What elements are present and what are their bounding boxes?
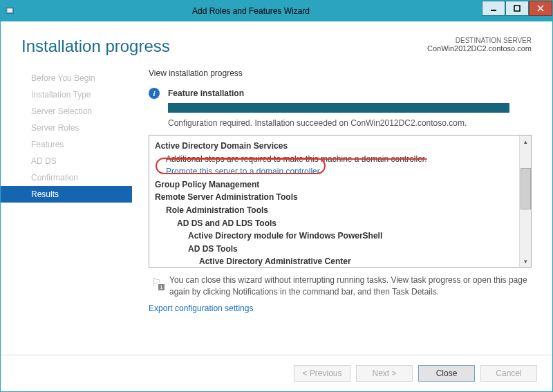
hint-row: ⚐ 1 You can close this wizard without in… — [149, 274, 532, 298]
tree-rat: Role Administration Tools — [155, 204, 514, 217]
tree-adac: Active Directory Administrative Center — [155, 255, 514, 267]
body-row: Before You Begin Installation Type Serve… — [1, 63, 552, 355]
next-button: Next > — [356, 365, 413, 382]
window-controls — [482, 1, 552, 21]
destination-info: DESTINATION SERVER ConWin2012DC2.contoso… — [427, 37, 532, 53]
tree-adlds: AD DS and AD LDS Tools — [155, 217, 514, 230]
sidebar-item-before-you-begin: Before You Begin — [1, 70, 132, 86]
scroll-thumb[interactable] — [521, 168, 531, 209]
sidebar-item-server-selection: Server Selection — [1, 103, 132, 120]
sidebar-item-server-roles: Server Roles — [1, 120, 132, 136]
page-title: Installation progress — [21, 37, 427, 56]
svg-rect-3 — [514, 6, 520, 11]
minimize-button[interactable] — [482, 1, 505, 16]
svg-rect-1 — [8, 9, 12, 12]
scroll-up-arrow[interactable]: ▴ — [520, 136, 531, 147]
sidebar-item-installation-type: Installation Type — [1, 86, 132, 103]
tree-rsat: Remote Server Administration Tools — [155, 191, 514, 204]
maximize-button[interactable] — [505, 1, 529, 16]
feature-install-row: i Feature installation — [149, 88, 532, 99]
close-button[interactable]: Close — [418, 365, 475, 382]
promote-server-link[interactable]: Promote this server to a domain controll… — [166, 167, 320, 176]
main-panel: View installation progress i Feature ins… — [132, 63, 552, 355]
tree-adds-heading: Active Directory Domain Services — [155, 140, 514, 153]
install-progress-bar — [168, 103, 509, 113]
info-icon: i — [149, 88, 160, 99]
destination-server: ConWin2012DC2.contoso.com — [427, 44, 532, 53]
tree-gpm: Group Policy Management — [155, 178, 514, 192]
wizard-window: Add Roles and Features Wizard Installati… — [0, 0, 553, 392]
notifications-flag-icon: ⚐ 1 — [149, 274, 164, 290]
content-area: Installation progress DESTINATION SERVER… — [1, 21, 552, 391]
hint-text: You can close this wizard without interr… — [169, 274, 532, 298]
close-window-button[interactable] — [529, 1, 552, 16]
sidebar-item-features: Features — [1, 136, 132, 153]
window-title: Add Roles and Features Wizard — [20, 6, 482, 16]
header-row: Installation progress DESTINATION SERVER… — [1, 21, 552, 63]
titlebar: Add Roles and Features Wizard — [1, 1, 552, 21]
wizard-sidebar: Before You Begin Installation Type Serve… — [1, 63, 132, 355]
results-tree-wrap: Active Directory Domain Services Additio… — [149, 135, 532, 274]
sidebar-item-results[interactable]: Results — [1, 186, 132, 203]
tree-scrollbar[interactable]: ▴ ▾ — [519, 136, 531, 267]
tree-adds-tools: AD DS Tools — [155, 243, 514, 256]
results-tree: Active Directory Domain Services Additio… — [149, 135, 532, 268]
results-tree-content: Active Directory Domain Services Additio… — [149, 136, 519, 267]
tree-adds-subtext: Additional steps are required to make th… — [155, 153, 514, 166]
svg-rect-2 — [491, 10, 496, 11]
wizard-footer: < Previous Next > Close Cancel — [1, 355, 552, 391]
sidebar-item-confirmation: Confirmation — [1, 169, 132, 186]
view-progress-label: View installation progress — [149, 68, 532, 78]
app-icon — [1, 6, 20, 16]
previous-button: < Previous — [294, 365, 350, 382]
feature-install-title: Feature installation — [168, 88, 244, 98]
tree-admod: Active Directory module for Windows Powe… — [155, 230, 514, 243]
sidebar-item-ad-ds: AD DS — [1, 153, 132, 169]
scroll-down-arrow[interactable]: ▾ — [520, 255, 531, 267]
destination-label: DESTINATION SERVER — [427, 37, 532, 44]
cancel-button: Cancel — [480, 365, 537, 382]
export-settings-link[interactable]: Export configuration settings — [149, 304, 532, 313]
config-required-text: Configuration required. Installation suc… — [168, 118, 532, 128]
